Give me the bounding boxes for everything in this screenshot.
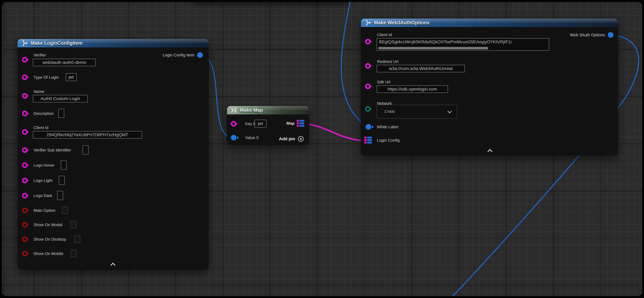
verifier-input[interactable]: web3auth-auth0-demo: [33, 59, 96, 66]
map-output-pin[interactable]: [297, 120, 304, 127]
key0-input[interactable]: jwt: [254, 120, 266, 128]
pin-label: Logo Hover: [34, 162, 54, 168]
output-pin-label: Login Config Item: [162, 53, 194, 58]
main-option-checkbox[interactable]: [62, 206, 68, 214]
string-pin[interactable]: [22, 147, 28, 153]
add-pin-icon[interactable]: [298, 136, 304, 142]
sdk-url-input[interactable]: https://sdk.openlogin.com: [377, 86, 448, 93]
bool-pin[interactable]: [22, 251, 28, 256]
show-on-desktop-checkbox[interactable]: [74, 235, 80, 243]
node-title: Make Web3AuthOptions: [374, 20, 430, 26]
pin-row-web3auth-options-out: Web 3Auth Options: [570, 32, 614, 38]
pin-label: Verifier: [34, 52, 46, 58]
string-pin[interactable]: [22, 178, 28, 183]
collapse-node-chevron[interactable]: [110, 262, 116, 268]
pin-label: Logo Light: [34, 178, 52, 183]
pin-label: Value 0: [245, 135, 258, 140]
pin-label: Main Option: [34, 208, 55, 213]
node-make-web3authoptions[interactable]: Make Web3AuthOptions Web 3Auth Options C…: [361, 18, 618, 155]
network-dropdown[interactable]: CYAN: [377, 105, 457, 118]
pin-label: Type Of Login: [34, 75, 59, 80]
pin-label: Redirect Url: [377, 59, 398, 64]
struct-pin[interactable]: [231, 135, 236, 140]
client-id-text: BEglQSgt4cUWcj6SKRdu5QkOXTsePmMcusG5EAoy…: [379, 40, 512, 44]
string-pin[interactable]: [22, 74, 28, 80]
add-pin-label: Add pin: [279, 136, 295, 141]
pin-label: Show On Modal: [34, 222, 62, 228]
pin-label: Client Id: [34, 125, 48, 130]
collapse-node-chevron[interactable]: [487, 149, 492, 154]
string-pin[interactable]: [231, 121, 236, 126]
bool-pin[interactable]: [22, 236, 28, 242]
string-pin[interactable]: [22, 57, 28, 62]
node-header[interactable]: Make LoginConfigItem: [18, 39, 209, 48]
struct-output-pin[interactable]: [197, 52, 203, 58]
enum-pin[interactable]: [365, 106, 371, 112]
make-struct-icon: [21, 40, 28, 46]
pin-label: Show On Desktop: [34, 236, 66, 242]
string-pin[interactable]: [22, 93, 28, 99]
string-pin[interactable]: [22, 193, 28, 198]
verifier-sub-identifier-input[interactable]: [82, 146, 88, 154]
show-on-mobile-checkbox[interactable]: [70, 250, 76, 257]
make-map-icon: [230, 107, 237, 113]
pin-label: Logo Dark: [34, 193, 52, 198]
node-header[interactable]: Make Map: [227, 106, 309, 114]
string-pin[interactable]: [365, 39, 371, 44]
client-id-input[interactable]: 294QRkchfq2YaXUbPri7D6PH7xzHgQMT: [33, 131, 142, 138]
client-id-scrollbar[interactable]: [378, 47, 488, 50]
blueprint-viewport: Make LoginConfigItem Login Config Item V…: [2, 2, 642, 296]
map-input-pin[interactable]: [364, 137, 372, 144]
show-on-modal-checkbox[interactable]: [70, 221, 76, 228]
output-pin-label: Map: [286, 121, 294, 126]
add-pin-row: Add pin: [279, 136, 304, 142]
output-pin-label: Web 3Auth Options: [570, 32, 605, 38]
struct-output-pin[interactable]: [608, 32, 614, 38]
pin-row-login-config-item-out: Login Config Item: [162, 52, 203, 58]
string-pin[interactable]: [365, 84, 371, 89]
pin-label: Key 0: [245, 121, 256, 126]
pin-label: Description: [34, 111, 54, 116]
node-header[interactable]: Make Web3AuthOptions: [361, 18, 618, 27]
string-pin[interactable]: [365, 63, 371, 69]
string-pin[interactable]: [22, 162, 28, 168]
chevron-down-icon: [448, 109, 452, 113]
name-input[interactable]: Auth0 Custom Login: [33, 95, 88, 102]
make-struct-icon: [364, 20, 372, 26]
pin-label: Client Id: [377, 32, 392, 38]
bool-pin[interactable]: [22, 222, 28, 228]
pin-label: Show On Mobile: [34, 251, 63, 256]
network-selected-value: CYAN: [384, 110, 395, 114]
node-title: Make Map: [240, 108, 263, 113]
pin-label: White Label: [377, 124, 398, 130]
node-make-loginconfigitem[interactable]: Make LoginConfigItem Login Config Item V…: [18, 39, 209, 270]
redirect-url-input[interactable]: w3a://com.w3a.Web3AuthUnreal: [377, 65, 465, 72]
node-make-map[interactable]: Make Map Key 0 jwt Map Value 0 Add pin: [227, 106, 309, 145]
offscreen-node-partial[interactable]: [193, 2, 348, 2]
graph-canvas[interactable]: Make LoginConfigItem Login Config Item V…: [2, 2, 642, 296]
wire-map-to-loginconfig[interactable]: [305, 124, 366, 140]
pin-row-map-out: Map: [286, 120, 304, 127]
pin-label: Verifier Sub Identifier: [34, 148, 71, 153]
string-pin[interactable]: [22, 129, 28, 135]
pin-label: Name: [34, 89, 44, 94]
struct-pin[interactable]: [366, 124, 371, 130]
logo-dark-input[interactable]: [57, 191, 63, 200]
node-title: Make LoginConfigItem: [31, 40, 82, 46]
logo-hover-input[interactable]: [61, 160, 67, 170]
description-input[interactable]: [58, 109, 64, 118]
pin-label: Sdk Url: [377, 79, 390, 85]
type-of-login-input[interactable]: jwt: [66, 73, 77, 81]
logo-light-input[interactable]: [59, 176, 65, 185]
bool-pin[interactable]: [22, 208, 28, 213]
pin-label: Login Config: [377, 138, 400, 143]
string-pin[interactable]: [22, 111, 28, 116]
